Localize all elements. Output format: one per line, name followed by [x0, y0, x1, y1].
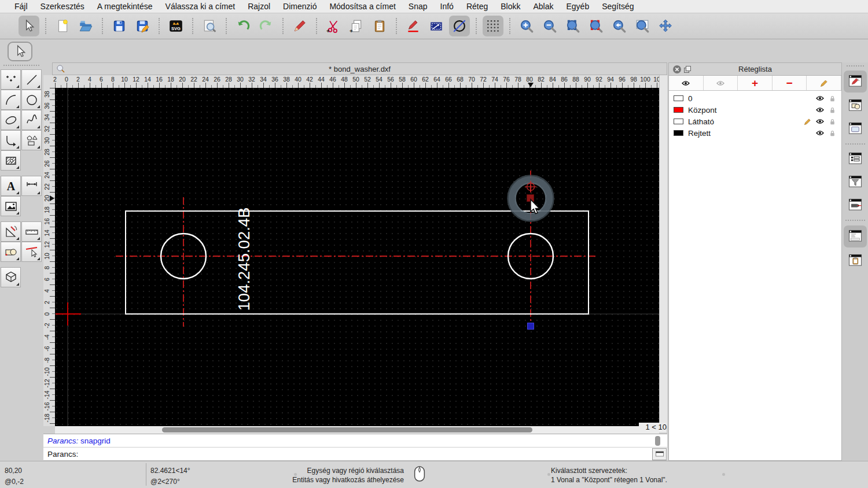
layer-lock-icon[interactable] — [828, 117, 837, 126]
hatch-tool-button[interactable] — [1, 150, 21, 171]
open-file-button[interactable] — [75, 16, 96, 36]
menu-10[interactable]: Blokk — [494, 0, 527, 13]
layer-panel-header[interactable]: Réteglista — [669, 63, 841, 76]
layer-row-0[interactable]: 0 — [669, 93, 841, 104]
library-browser-dock-button[interactable] — [844, 119, 867, 139]
undo-button[interactable] — [233, 16, 253, 36]
snap-grid-button[interactable] — [483, 16, 503, 36]
command-input[interactable] — [78, 448, 652, 460]
export-svg-button[interactable]: SVG — [165, 16, 186, 36]
edit-layer-button[interactable] — [807, 76, 841, 90]
polygon-tool-button[interactable] — [21, 130, 42, 150]
menu-9[interactable]: Réteg — [460, 0, 494, 13]
delete-button[interactable] — [289, 16, 310, 36]
horizontal-scrollbar-thumb[interactable] — [162, 427, 532, 432]
layer-row-Központ[interactable]: Központ — [669, 104, 841, 116]
modify-tool-button[interactable] — [1, 221, 21, 242]
copy-button[interactable]: + — [346, 16, 367, 36]
zoom-out-button[interactable] — [539, 16, 560, 36]
menu-7[interactable]: Snap — [402, 0, 434, 13]
document-titlebar[interactable]: * bond_washer.dxf — [52, 62, 667, 75]
show-all-layers-button[interactable] — [669, 76, 704, 90]
palette-drag-handle[interactable] — [3, 65, 39, 67]
entity-list-dock-button[interactable] — [844, 149, 867, 169]
pen-palette-dock-button[interactable] — [844, 195, 867, 215]
spline-tool-button[interactable] — [21, 110, 42, 130]
layer-row-Látható[interactable]: Látható — [669, 116, 841, 127]
layer-lock-icon[interactable] — [828, 106, 837, 114]
toolbar-separator — [192, 18, 193, 34]
menu-13[interactable]: Segítség — [595, 0, 640, 13]
selection-window-button[interactable] — [426, 16, 447, 36]
zoom-in-button[interactable] — [516, 16, 537, 36]
drawing-part-number-label[interactable]: 104.245.02.4B — [235, 208, 253, 311]
menu-0[interactable]: Fájl — [8, 0, 34, 13]
toolbar-separator — [102, 18, 103, 34]
cut-button[interactable]: + — [323, 16, 344, 36]
circle-tool-button[interactable] — [21, 90, 42, 110]
draw-pen-button[interactable] — [403, 16, 424, 36]
hide-all-layers-button[interactable] — [704, 76, 738, 90]
paste-button[interactable] — [369, 16, 390, 36]
layer-lock-icon[interactable] — [828, 129, 837, 138]
zoom-previous-button[interactable] — [609, 16, 630, 36]
layer-row-Rejtett[interactable]: Rejtett — [669, 127, 841, 139]
text-tool-button[interactable]: A — [1, 176, 21, 196]
pan-button[interactable] — [655, 16, 676, 36]
command-history-scrollbar[interactable] — [655, 436, 660, 446]
layer-visibility-eye-icon[interactable] — [815, 94, 825, 103]
menu-6[interactable]: Módosítsa a címet — [323, 0, 402, 13]
redo-button[interactable] — [256, 16, 277, 36]
menu-4[interactable]: Rajzol — [241, 0, 277, 13]
layer-list-dock-button[interactable] — [844, 71, 867, 93]
menu-5[interactable]: Dimenzió — [277, 0, 323, 13]
menu-3[interactable]: Válassza ki a címet — [159, 0, 242, 13]
command-history[interactable]: Parancs: snapgrid — [43, 434, 667, 448]
menu-11[interactable]: Ablak — [527, 0, 560, 13]
menu-1[interactable]: Szerkesztés — [34, 0, 91, 13]
save-as-button[interactable] — [132, 16, 153, 36]
solid-tool-button[interactable] — [1, 267, 21, 287]
menu-8[interactable]: Infó — [434, 0, 460, 13]
add-layer-button[interactable]: + — [738, 76, 773, 90]
clipboard-dock-button[interactable] — [844, 251, 867, 271]
block-tool-button[interactable] — [1, 242, 21, 262]
layer-visibility-eye-icon[interactable] — [815, 117, 825, 126]
horizontal-scrollbar[interactable] — [55, 426, 659, 434]
ellipse-tool-button[interactable] — [1, 110, 21, 130]
zoom-redraw-button[interactable] — [586, 16, 606, 36]
block-list-dock-button[interactable] — [844, 96, 867, 116]
keyboard-toggle-button[interactable] — [652, 448, 667, 460]
menu-12[interactable]: Egyéb — [560, 0, 596, 13]
save-button[interactable] — [109, 16, 130, 36]
entity-filter-dock-button[interactable] — [844, 172, 867, 192]
dimension-tool-button[interactable] — [21, 176, 42, 196]
drawing-canvas[interactable]: 104.245.02.4B — [55, 88, 659, 426]
vruler-label: 22 — [43, 181, 53, 193]
menu-2[interactable]: A megtekintése — [91, 0, 159, 13]
print-preview-button[interactable] — [199, 16, 220, 36]
measure-tool-button[interactable] — [21, 221, 42, 242]
hruler-label: 4 — [83, 76, 96, 83]
layer-lock-icon[interactable] — [828, 94, 837, 103]
command-line-dock-button[interactable] — [844, 225, 867, 247]
select-button[interactable] — [19, 16, 39, 36]
points-tool-button[interactable] — [1, 69, 21, 90]
image-tool-button[interactable] — [1, 196, 21, 216]
vertical-scrollbar[interactable] — [659, 75, 667, 426]
select-tool-button[interactable] — [8, 42, 32, 61]
remove-layer-button[interactable]: − — [773, 76, 807, 90]
dock-drag-handle[interactable] — [847, 65, 864, 67]
layer-visibility-eye-icon[interactable] — [815, 105, 825, 114]
circle-line-button[interactable] — [449, 16, 470, 36]
hruler-label: 66 — [442, 76, 455, 83]
polyline-tool-button[interactable] — [1, 130, 21, 150]
zoom-window-button[interactable] — [632, 16, 653, 36]
selection-handle-blue[interactable] — [528, 323, 534, 330]
new-document-button[interactable] — [52, 16, 73, 36]
deselect-tool-button[interactable] — [21, 242, 42, 262]
layer-visibility-eye-icon[interactable] — [815, 128, 825, 138]
arc-tool-button[interactable] — [1, 90, 21, 110]
zoom-auto-button[interactable] — [562, 16, 583, 36]
line-tool-button[interactable] — [21, 69, 42, 90]
